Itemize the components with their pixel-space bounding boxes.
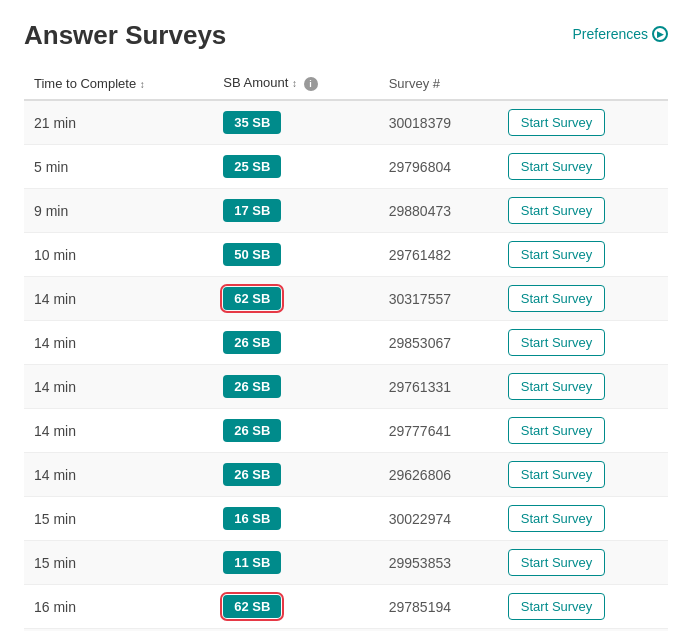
start-survey-button[interactable]: Start Survey xyxy=(508,109,606,136)
col-time[interactable]: Time to Complete ↕ xyxy=(24,67,213,100)
cell-survey-num: 29785194 xyxy=(379,585,498,629)
cell-sb-amount: 16 SB xyxy=(213,497,378,541)
start-survey-button[interactable]: Start Survey xyxy=(508,197,606,224)
sb-badge: 26 SB xyxy=(223,463,281,486)
preferences-label: Preferences xyxy=(573,26,648,42)
start-survey-button[interactable]: Start Survey xyxy=(508,549,606,576)
cell-action: Start Survey xyxy=(498,321,668,365)
cell-survey-num: 29761482 xyxy=(379,233,498,277)
start-survey-button[interactable]: Start Survey xyxy=(508,241,606,268)
table-row: 14 min26 SB29777641Start Survey xyxy=(24,409,668,453)
table-row: 16 min62 SB29785194Start Survey xyxy=(24,585,668,629)
cell-survey-num: 29853067 xyxy=(379,321,498,365)
table-row: 14 min26 SB29761331Start Survey xyxy=(24,365,668,409)
cell-survey-num: 29880473 xyxy=(379,189,498,233)
cell-sb-amount: 62 SB xyxy=(213,585,378,629)
cell-time: 14 min xyxy=(24,409,213,453)
cell-action: Start Survey xyxy=(498,233,668,277)
table-row: 9 min17 SB29880473Start Survey xyxy=(24,189,668,233)
sb-badge: 35 SB xyxy=(223,111,281,134)
sb-badge: 50 SB xyxy=(223,243,281,266)
info-icon-sb[interactable]: i xyxy=(304,77,318,91)
start-survey-button[interactable]: Start Survey xyxy=(508,329,606,356)
table-row: 15 min16 SB30022974Start Survey xyxy=(24,497,668,541)
sb-badge: 17 SB xyxy=(223,199,281,222)
cell-action: Start Survey xyxy=(498,409,668,453)
table-row: 10 min50 SB29761482Start Survey xyxy=(24,233,668,277)
cell-sb-amount: 11 SB xyxy=(213,541,378,585)
cell-time: 5 min xyxy=(24,145,213,189)
col-sb-amount[interactable]: SB Amount ↕ i xyxy=(213,67,378,100)
cell-action: Start Survey xyxy=(498,497,668,541)
cell-time: 10 min xyxy=(24,233,213,277)
cell-action: Start Survey xyxy=(498,453,668,497)
cell-survey-num: 29626806 xyxy=(379,453,498,497)
surveys-table: Time to Complete ↕ SB Amount ↕ i Survey … xyxy=(24,67,668,631)
cell-action: Start Survey xyxy=(498,145,668,189)
cell-sb-amount: 26 SB xyxy=(213,365,378,409)
cell-sb-amount: 35 SB xyxy=(213,100,378,145)
cell-action: Start Survey xyxy=(498,585,668,629)
cell-action: Start Survey xyxy=(498,277,668,321)
cell-survey-num: 29777641 xyxy=(379,409,498,453)
cell-action: Start Survey xyxy=(498,541,668,585)
cell-time: 15 min xyxy=(24,497,213,541)
cell-sb-amount: 17 SB xyxy=(213,189,378,233)
sb-badge: 62 SB xyxy=(223,287,281,310)
cell-time: 9 min xyxy=(24,189,213,233)
sort-icon-time: ↕ xyxy=(140,79,145,90)
start-survey-button[interactable]: Start Survey xyxy=(508,417,606,444)
cell-time: 14 min xyxy=(24,365,213,409)
preferences-link[interactable]: Preferences ▶ xyxy=(573,26,668,42)
cell-action: Start Survey xyxy=(498,100,668,145)
start-survey-button[interactable]: Start Survey xyxy=(508,285,606,312)
table-row: 5 min25 SB29796804Start Survey xyxy=(24,145,668,189)
cell-survey-num: 29953853 xyxy=(379,541,498,585)
page-title: Answer Surveys xyxy=(24,20,226,51)
table-row: 14 min26 SB29626806Start Survey xyxy=(24,453,668,497)
cell-time: 14 min xyxy=(24,321,213,365)
cell-survey-num: 29796804 xyxy=(379,145,498,189)
preferences-icon: ▶ xyxy=(652,26,668,42)
start-survey-button[interactable]: Start Survey xyxy=(508,461,606,488)
cell-survey-num: 30317557 xyxy=(379,277,498,321)
cell-survey-num: 30018379 xyxy=(379,100,498,145)
cell-survey-num: 30022974 xyxy=(379,497,498,541)
cell-sb-amount: 26 SB xyxy=(213,321,378,365)
sb-badge: 11 SB xyxy=(223,551,281,574)
start-survey-button[interactable]: Start Survey xyxy=(508,505,606,532)
cell-time: 21 min xyxy=(24,100,213,145)
cell-sb-amount: 26 SB xyxy=(213,453,378,497)
sb-badge: 25 SB xyxy=(223,155,281,178)
cell-sb-amount: 50 SB xyxy=(213,233,378,277)
sb-badge: 16 SB xyxy=(223,507,281,530)
col-survey-num: Survey # xyxy=(379,67,498,100)
sb-badge: 26 SB xyxy=(223,375,281,398)
cell-time: 14 min xyxy=(24,277,213,321)
cell-sb-amount: 25 SB xyxy=(213,145,378,189)
cell-time: 14 min xyxy=(24,453,213,497)
sb-badge: 26 SB xyxy=(223,419,281,442)
col-action xyxy=(498,67,668,100)
table-row: 14 min62 SB30317557Start Survey xyxy=(24,277,668,321)
start-survey-button[interactable]: Start Survey xyxy=(508,373,606,400)
start-survey-button[interactable]: Start Survey xyxy=(508,593,606,620)
sb-badge: 26 SB xyxy=(223,331,281,354)
table-row: 21 min35 SB30018379Start Survey xyxy=(24,100,668,145)
table-header-row: Time to Complete ↕ SB Amount ↕ i Survey … xyxy=(24,67,668,100)
cell-time: 15 min xyxy=(24,541,213,585)
cell-action: Start Survey xyxy=(498,365,668,409)
cell-survey-num: 29761331 xyxy=(379,365,498,409)
start-survey-button[interactable]: Start Survey xyxy=(508,153,606,180)
cell-sb-amount: 26 SB xyxy=(213,409,378,453)
cell-time: 16 min xyxy=(24,585,213,629)
table-row: 15 min11 SB29953853Start Survey xyxy=(24,541,668,585)
sb-badge: 62 SB xyxy=(223,595,281,618)
table-row: 14 min26 SB29853067Start Survey xyxy=(24,321,668,365)
cell-sb-amount: 62 SB xyxy=(213,277,378,321)
sort-icon-sb: ↕ xyxy=(292,78,297,89)
cell-action: Start Survey xyxy=(498,189,668,233)
page-header: Answer Surveys Preferences ▶ xyxy=(24,20,668,51)
